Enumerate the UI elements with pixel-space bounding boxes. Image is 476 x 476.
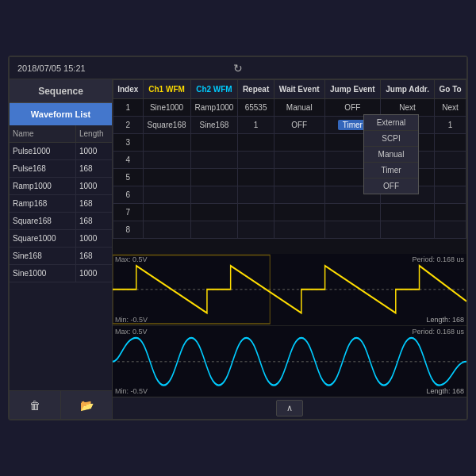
- cell-index: 3: [113, 134, 144, 152]
- list-item[interactable]: Square1000 1000: [10, 230, 112, 248]
- cell-goto[interactable]: [435, 186, 466, 204]
- waveform-list-button[interactable]: Waveform List: [10, 103, 112, 125]
- jump-event-dropdown: External SCPI Manual Timer OFF: [363, 114, 419, 194]
- cell-repeat[interactable]: [238, 134, 274, 152]
- cell-ch1[interactable]: [143, 204, 190, 221]
- cell-ch2[interactable]: [190, 169, 238, 186]
- refresh-icon[interactable]: ↻: [233, 62, 243, 75]
- cell-ch2[interactable]: [190, 134, 238, 152]
- table-row[interactable]: 8: [113, 221, 466, 239]
- cell-wait-event[interactable]: [274, 134, 324, 152]
- cell-index: 6: [113, 186, 144, 204]
- content-area: Index Ch1 WFM Ch2 WFM Repeat Wait Event …: [113, 79, 466, 419]
- sidebar: Sequence Waveform List Name Length Pulse…: [10, 79, 113, 419]
- delete-button[interactable]: 🗑: [10, 391, 61, 419]
- header-length: Length: [76, 125, 112, 142]
- cell-repeat[interactable]: [238, 169, 274, 186]
- cell-index: 4: [113, 152, 144, 169]
- ch1-waveform-panel: Max: 0.5V Period: 0.168 us Min: -0.5V Le…: [113, 254, 466, 326]
- cell-ch2[interactable]: [190, 204, 238, 221]
- waveform-length: 168: [76, 248, 112, 264]
- col-ch1: Ch1 WFM: [143, 80, 190, 99]
- cell-jump-addr[interactable]: [381, 221, 435, 239]
- cell-ch1[interactable]: [143, 186, 190, 204]
- list-item[interactable]: Pulse1000 1000: [10, 143, 112, 160]
- col-jump-event: Jump Event: [324, 80, 380, 99]
- cell-wait-event[interactable]: Manual: [274, 99, 324, 117]
- cell-repeat[interactable]: [238, 152, 274, 169]
- folder-button[interactable]: 📂: [61, 391, 112, 419]
- cell-wait-event[interactable]: [274, 204, 324, 221]
- col-wait-event: Wait Event: [274, 80, 324, 99]
- list-item[interactable]: Square168 168: [10, 213, 112, 230]
- sidebar-action-buttons: 🗑 📂: [10, 390, 112, 419]
- cell-repeat[interactable]: [238, 204, 274, 221]
- dropdown-item-manual[interactable]: Manual: [364, 147, 418, 163]
- cell-ch2[interactable]: Sine168: [190, 117, 238, 134]
- cell-jump-event[interactable]: [324, 221, 380, 239]
- dropdown-item-external[interactable]: External: [364, 115, 418, 131]
- cell-goto[interactable]: [435, 221, 466, 239]
- cell-index: 2: [113, 117, 144, 134]
- waveform-name: Pulse1000: [10, 143, 76, 159]
- cell-index: 8: [113, 221, 144, 239]
- cell-goto[interactable]: [435, 204, 466, 221]
- main-area: Sequence Waveform List Name Length Pulse…: [10, 79, 466, 419]
- list-item[interactable]: Sine168 168: [10, 248, 112, 265]
- dropdown-item-scpi[interactable]: SCPI: [364, 131, 418, 147]
- ch2-waveform-svg: [113, 326, 466, 397]
- expand-button[interactable]: ∧: [276, 400, 303, 416]
- col-jump-addr: Jump Addr.: [381, 80, 435, 99]
- cell-repeat[interactable]: 65535: [238, 99, 274, 117]
- col-index: Index: [113, 80, 144, 99]
- waveform-display-area: Max: 0.5V Period: 0.168 us Min: -0.5V Le…: [113, 254, 466, 397]
- waveform-length: 168: [76, 160, 112, 177]
- cell-jump-addr[interactable]: [381, 204, 435, 221]
- cell-repeat[interactable]: 1: [238, 117, 274, 134]
- cell-wait-event[interactable]: OFF: [274, 117, 324, 134]
- cell-wait-event[interactable]: [274, 186, 324, 204]
- main-screen: 2018/07/05 15:21 ↻ Sequence Waveform Lis…: [8, 56, 468, 420]
- ch2-waveform-panel: Max: 0.5V Period: 0.168 us Min: -0.5V Le…: [113, 326, 466, 397]
- cell-goto[interactable]: 1: [435, 117, 466, 134]
- top-bar: 2018/07/05 15:21 ↻: [10, 57, 466, 79]
- header-name: Name: [10, 125, 76, 142]
- cell-goto[interactable]: Next: [435, 99, 466, 117]
- cell-ch2[interactable]: [190, 221, 238, 239]
- cell-wait-event[interactable]: [274, 169, 324, 186]
- waveform-length: 1000: [76, 143, 112, 159]
- list-item[interactable]: Sine1000 1000: [10, 265, 112, 282]
- list-item[interactable]: Pulse168 168: [10, 160, 112, 178]
- cell-goto[interactable]: [435, 169, 466, 186]
- cell-ch1[interactable]: [143, 169, 190, 186]
- cell-ch1[interactable]: Sine1000: [143, 99, 190, 117]
- waveform-items-list: Pulse1000 1000 Pulse168 168 Ramp1000 100…: [10, 143, 112, 390]
- waveform-length: 168: [76, 213, 112, 229]
- cell-ch2[interactable]: [190, 186, 238, 204]
- list-header: Name Length: [10, 125, 112, 143]
- waveform-name: Pulse168: [10, 160, 76, 177]
- cell-wait-event[interactable]: [274, 221, 324, 239]
- cell-repeat[interactable]: [238, 221, 274, 239]
- cell-jump-event[interactable]: [324, 204, 380, 221]
- dropdown-item-timer[interactable]: Timer: [364, 163, 418, 178]
- cell-ch1[interactable]: [143, 134, 190, 152]
- waveform-length: 168: [76, 195, 112, 212]
- cell-ch1[interactable]: [143, 152, 190, 169]
- table-row[interactable]: 7: [113, 204, 466, 221]
- list-item[interactable]: Ramp168 168: [10, 195, 112, 213]
- cell-repeat[interactable]: [238, 186, 274, 204]
- cell-ch2[interactable]: Ramp1000: [190, 99, 238, 117]
- dropdown-item-off[interactable]: OFF: [364, 178, 418, 194]
- cell-goto[interactable]: [435, 152, 466, 169]
- cell-ch2[interactable]: [190, 152, 238, 169]
- cell-index: 5: [113, 169, 144, 186]
- waveform-length: 1000: [76, 265, 112, 282]
- cell-ch1[interactable]: Square168: [143, 117, 190, 134]
- cell-wait-event[interactable]: [274, 152, 324, 169]
- cell-index: 7: [113, 204, 144, 221]
- sidebar-title: Sequence: [10, 79, 112, 103]
- list-item[interactable]: Ramp1000 1000: [10, 178, 112, 195]
- cell-ch1[interactable]: [143, 221, 190, 239]
- cell-goto[interactable]: [435, 134, 466, 152]
